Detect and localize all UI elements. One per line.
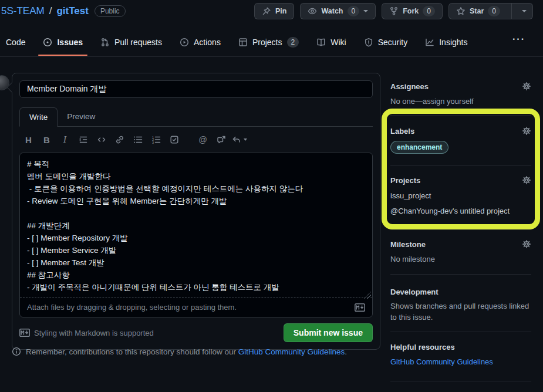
tab-pull-requests[interactable]: Pull requests <box>96 32 167 53</box>
label-enhancement[interactable]: enhancement <box>390 141 448 154</box>
markdown-icon <box>19 329 30 337</box>
fork-button[interactable]: Fork 0 <box>382 3 443 19</box>
link-button[interactable] <box>110 131 129 148</box>
tab-wiki-label: Wiki <box>330 38 346 47</box>
gear-icon[interactable] <box>522 126 531 136</box>
gear-icon[interactable] <box>522 239 531 249</box>
markdown-note-label: Styling with Markdown is supported <box>34 329 154 337</box>
cross-reference-icon <box>217 135 226 144</box>
tab-actions-label: Actions <box>194 38 221 47</box>
tab-projects[interactable]: Projects 2 <box>234 32 303 53</box>
tab-insights[interactable]: Insights <box>420 32 472 53</box>
graph-icon <box>425 38 434 47</box>
reminder-text: Remember, contributions to this reposito… <box>26 347 347 356</box>
tab-actions[interactable]: Actions <box>175 32 225 53</box>
tab-wiki[interactable]: Wiki <box>312 32 350 53</box>
repo-name-link[interactable]: gitTest <box>56 5 88 17</box>
link-icon <box>115 135 124 144</box>
fork-count-badge: 0 <box>423 6 435 16</box>
attach-hint: Attach files by dragging & dropping, sel… <box>27 303 237 312</box>
markdown-supported-note[interactable]: Styling with Markdown is supported <box>19 329 154 337</box>
submit-row: Styling with Markdown is supported Submi… <box>19 323 373 342</box>
gear-icon[interactable] <box>522 82 531 91</box>
star-icon <box>456 6 466 16</box>
star-label: Star <box>470 7 484 15</box>
mention-button[interactable]: @ <box>194 131 212 148</box>
issue-title-input[interactable] <box>19 80 373 98</box>
page-content: Write Preview H B I 123 <box>0 57 543 392</box>
issue-body-wrapper: # 목적 멤버 도메인을 개발한다 - 토큰을 이용하여 인증방법을 선택할 예… <box>19 153 373 317</box>
assignees-empty-text[interactable]: No one—assign yourself <box>390 97 531 106</box>
tab-code-label: Code <box>6 38 25 47</box>
watch-count-badge: 0 <box>348 6 360 16</box>
tasklist-icon <box>170 135 179 144</box>
chevron-down-icon <box>522 10 527 12</box>
list-ordered-icon: 123 <box>151 135 161 144</box>
issue-sidebar: Assignees No one—assign yourself Labels … <box>390 73 531 381</box>
italic-button[interactable]: I <box>56 131 74 148</box>
reminder-prefix: Remember, contributions to this reposito… <box>26 347 238 356</box>
visibility-badge: Public <box>95 5 126 17</box>
gear-icon[interactable] <box>522 175 531 185</box>
tab-issues-label: Issues <box>57 38 83 47</box>
star-dropdown-button[interactable] <box>516 4 532 19</box>
projects-title: Projects <box>390 176 420 185</box>
milestone-empty-text: No milestone <box>390 255 531 263</box>
community-guidelines-link[interactable]: GitHub Community Guidelines <box>238 347 345 356</box>
chevron-down-icon <box>244 138 247 141</box>
task-list-button[interactable] <box>165 131 183 148</box>
projects-count-badge: 2 <box>287 37 299 48</box>
breadcrumb: 5S-TEAM / gitTest Public <box>1 5 126 17</box>
svg-text:3: 3 <box>152 141 154 144</box>
star-button[interactable]: Star 0 <box>449 4 507 19</box>
tab-security-label: Security <box>378 38 408 47</box>
code-button[interactable] <box>92 131 110 148</box>
unordered-list-button[interactable] <box>129 131 147 148</box>
heading-button[interactable]: H <box>19 131 38 148</box>
attach-files-area[interactable]: Attach files by dragging & dropping, sel… <box>20 298 372 317</box>
nav-overflow-button[interactable]: ··· <box>512 34 525 45</box>
quote-button[interactable] <box>74 131 92 148</box>
project-item[interactable]: @ChanYoung-dev's untitled project <box>390 207 531 215</box>
development-title: Development <box>390 288 439 296</box>
repo-nav: Code Issues Pull requests Actions Projec… <box>1 31 472 54</box>
code-icon <box>97 135 106 144</box>
helpful-resources-title: Helpful resources <box>390 343 455 352</box>
pin-icon <box>262 6 271 16</box>
tab-code[interactable]: Code <box>1 32 30 53</box>
repo-owner-link[interactable]: 5S-TEAM <box>1 5 45 17</box>
write-preview-tabs: Write Preview <box>19 107 373 127</box>
reminder-suffix: . <box>345 347 347 356</box>
markdown-icon <box>355 303 365 312</box>
tab-projects-label: Projects <box>252 38 282 47</box>
pin-label: Pin <box>275 7 286 15</box>
submit-new-issue-button[interactable]: Submit new issue <box>284 323 373 342</box>
fork-label: Fork <box>403 7 419 15</box>
cross-reference-button[interactable] <box>212 131 230 148</box>
development-description: Shows branches and pull requests linked … <box>390 301 531 323</box>
project-item[interactable]: issu_project <box>390 191 531 200</box>
repo-header: 5S-TEAM / gitTest Public Pin Watch 0 For… <box>0 0 543 26</box>
info-icon <box>12 347 21 356</box>
tab-issues[interactable]: Issues <box>38 32 87 53</box>
tab-write[interactable]: Write <box>19 107 58 127</box>
community-guidelines-link[interactable]: GitHub Community Guidelines <box>390 357 493 366</box>
bold-button[interactable]: B <box>38 131 56 148</box>
ordered-list-button[interactable]: 123 <box>147 131 165 148</box>
assignees-title: Assignees <box>390 82 429 91</box>
tab-insights-label: Insights <box>439 38 467 47</box>
issue-opened-icon <box>43 38 52 47</box>
repo-actions: Pin Watch 0 Fork 0 Star 0 <box>254 3 533 19</box>
issue-body-textarea[interactable]: # 목적 멤버 도메인을 개발한다 - 토큰을 이용하여 인증방법을 선택할 예… <box>20 153 372 298</box>
git-pull-request-icon <box>100 38 110 47</box>
new-issue-form: Write Preview H B I 123 <box>12 73 380 350</box>
assignees-section: Assignees No one—assign yourself <box>390 73 531 116</box>
list-unordered-icon <box>133 135 143 144</box>
star-count-badge: 0 <box>488 6 500 16</box>
watch-button[interactable]: Watch 0 <box>300 3 376 19</box>
tab-security[interactable]: Security <box>359 32 413 53</box>
watch-label: Watch <box>321 7 343 15</box>
tab-preview[interactable]: Preview <box>58 107 104 126</box>
pin-button[interactable]: Pin <box>254 3 294 19</box>
reply-button[interactable] <box>230 131 248 148</box>
